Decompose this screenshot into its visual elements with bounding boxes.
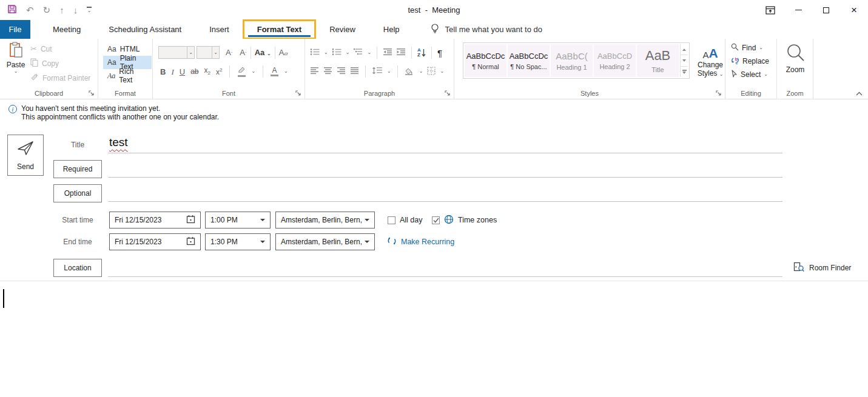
bullets-icon[interactable]: [310, 48, 320, 58]
style-normal[interactable]: AaBbCcDc ¶ Normal: [465, 44, 506, 77]
move-down-icon[interactable]: ↓: [73, 5, 78, 15]
format-painter-button[interactable]: Format Painter: [30, 73, 90, 83]
superscript-button[interactable]: x2: [216, 68, 222, 76]
borders-icon[interactable]: [427, 67, 436, 77]
align-center-icon[interactable]: [323, 67, 332, 76]
change-styles-button[interactable]: AA Change Styles ⌄: [696, 41, 725, 78]
gallery-scroll-down-button[interactable]: [681, 55, 688, 66]
calendar-icon[interactable]: [186, 215, 195, 225]
end-date-input[interactable]: Fri 12/15/2023: [109, 233, 201, 250]
calendar-icon[interactable]: [186, 236, 195, 247]
numbering-icon[interactable]: [332, 48, 342, 58]
sort-icon[interactable]: AZ: [417, 48, 426, 58]
shrink-font-button[interactable]: Aˇ: [240, 48, 246, 56]
optional-button[interactable]: Optional: [53, 184, 102, 202]
underline-button[interactable]: U: [180, 68, 185, 76]
clear-formatting-button[interactable]: A: [279, 48, 288, 56]
format-rich-text-button[interactable]: Aa Rich Text: [103, 69, 152, 82]
align-right-icon[interactable]: [337, 67, 346, 76]
collapse-ribbon-icon[interactable]: [856, 90, 863, 97]
select-button[interactable]: Select ⌄: [731, 70, 769, 79]
gallery-more-button[interactable]: [681, 67, 688, 77]
make-recurring-link[interactable]: Make Recurring: [387, 233, 454, 250]
tab-format-text[interactable]: Format Text: [243, 20, 315, 39]
styles-dialog-launcher-icon[interactable]: [716, 90, 722, 96]
shading-icon[interactable]: [404, 68, 415, 75]
style-heading1[interactable]: AaBbC( Heading 1: [551, 44, 593, 77]
undo-icon[interactable]: ↶: [26, 5, 34, 15]
style-no-spacing[interactable]: AaBbCcDc ¶ No Spac...: [508, 44, 550, 77]
italic-button[interactable]: I: [171, 68, 173, 76]
start-time-dropdown[interactable]: 1:00 PM: [205, 212, 271, 229]
tab-review[interactable]: Review: [315, 20, 369, 39]
start-timezone-dropdown[interactable]: Amsterdam, Berlin, Bern,: [275, 212, 375, 229]
required-button[interactable]: Required: [53, 160, 102, 178]
close-button[interactable]: ×: [840, 0, 868, 20]
optional-field[interactable]: [108, 201, 782, 202]
chevron-down-icon[interactable]: ⌄: [251, 69, 255, 74]
tab-meeting[interactable]: Meeting: [39, 20, 95, 39]
time-zones-checkbox[interactable]: Time zones: [432, 212, 497, 229]
replace-button[interactable]: bc Replace: [731, 56, 769, 66]
chevron-down-icon[interactable]: ⌄: [284, 69, 288, 74]
multilevel-list-icon[interactable]: [353, 48, 363, 58]
clipboard-dialog-launcher-icon[interactable]: [89, 90, 95, 96]
gallery-scroll-up-button[interactable]: [681, 44, 688, 55]
subscript-button[interactable]: x2: [204, 67, 210, 76]
end-time-dropdown[interactable]: 1:30 PM: [205, 233, 271, 250]
tab-file[interactable]: File: [0, 20, 30, 39]
maximize-button[interactable]: [812, 0, 840, 20]
paragraph-dialog-launcher-icon[interactable]: [445, 90, 451, 96]
chevron-down-icon[interactable]: ⌄: [440, 69, 444, 74]
chevron-down-icon[interactable]: ⌄: [324, 50, 328, 55]
strikethrough-button[interactable]: ab: [190, 68, 198, 75]
grow-font-button[interactable]: Aˆ: [226, 48, 232, 56]
title-input[interactable]: [108, 153, 782, 153]
find-button[interactable]: Find ⌄: [731, 43, 769, 53]
minimize-button[interactable]: [784, 0, 812, 20]
increase-indent-icon[interactable]: [396, 48, 406, 58]
all-day-checkbox[interactable]: All day: [388, 212, 423, 229]
chevron-down-icon[interactable]: ⌄: [346, 50, 350, 55]
chevron-down-icon[interactable]: ⌄: [387, 69, 391, 74]
style-title[interactable]: AaB Title: [637, 44, 679, 77]
tab-insert[interactable]: Insert: [195, 20, 243, 39]
redo-icon[interactable]: ↻: [43, 5, 51, 15]
customize-qat-icon[interactable]: ⌄: [87, 7, 92, 13]
location-field[interactable]: [108, 276, 782, 277]
required-field[interactable]: [108, 177, 782, 178]
bold-button[interactable]: B: [160, 68, 166, 76]
start-date-input[interactable]: Fri 12/15/2023: [109, 212, 201, 229]
font-size-combo[interactable]: ⌄: [197, 46, 220, 59]
chevron-down-icon: [260, 219, 265, 221]
font-name-combo[interactable]: ⌄: [158, 46, 195, 59]
location-button[interactable]: Location: [53, 259, 102, 277]
message-body[interactable]: [0, 281, 868, 397]
style-heading2[interactable]: AaBbCcD Heading 2: [594, 44, 636, 77]
cut-button[interactable]: ✂ Cut: [30, 44, 90, 53]
tab-help[interactable]: Help: [369, 20, 414, 39]
zoom-button[interactable]: Zoom: [782, 43, 808, 74]
ribbon-display-options-icon[interactable]: [756, 0, 784, 20]
change-case-button[interactable]: Aa ⌄: [255, 48, 271, 56]
save-icon[interactable]: [7, 4, 17, 16]
line-spacing-icon[interactable]: [372, 67, 383, 76]
copy-button[interactable]: Copy: [30, 58, 90, 68]
font-color-button[interactable]: A: [271, 67, 278, 76]
show-paragraph-marks-icon[interactable]: ¶: [437, 48, 442, 58]
text-highlight-color-button[interactable]: [237, 66, 246, 77]
align-left-icon[interactable]: [310, 67, 319, 76]
decrease-indent-icon[interactable]: [383, 48, 392, 58]
tell-me-box[interactable]: Tell me what you want to do: [431, 20, 542, 39]
move-up-icon[interactable]: ↑: [59, 5, 64, 15]
title-input-value[interactable]: test: [109, 136, 128, 149]
paste-button[interactable]: Paste ⌄: [4, 42, 28, 74]
chevron-down-icon[interactable]: ⌄: [367, 50, 371, 55]
tab-scheduling-assistant[interactable]: Scheduling Assistant: [95, 20, 195, 39]
room-finder-button[interactable]: Room Finder: [793, 259, 851, 277]
chevron-down-icon[interactable]: ⌄: [419, 69, 423, 74]
justify-icon[interactable]: [350, 67, 359, 76]
send-button[interactable]: Send: [7, 135, 44, 176]
end-timezone-dropdown[interactable]: Amsterdam, Berlin, Bern,: [275, 233, 375, 250]
font-dialog-launcher-icon[interactable]: [295, 90, 301, 96]
